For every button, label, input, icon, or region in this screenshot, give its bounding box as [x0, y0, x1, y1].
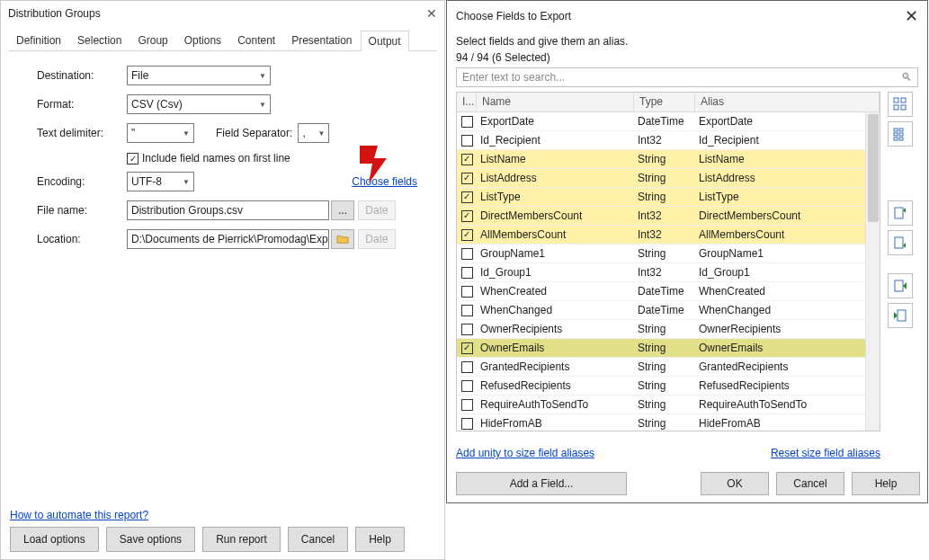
row-alias[interactable]: AllMembersCount	[695, 228, 880, 241]
header-type[interactable]: Type	[634, 93, 695, 111]
row-checkbox[interactable]	[461, 361, 473, 373]
ok-button[interactable]: OK	[701, 472, 769, 495]
scrollbar[interactable]	[865, 112, 880, 431]
table-row[interactable]: ✓OwnerEmailsStringOwnerEmails	[457, 339, 880, 358]
header-name[interactable]: Name	[477, 93, 634, 111]
row-alias[interactable]: ListType	[695, 191, 880, 203]
table-row[interactable]: Id_Group1Int32Id_Group1	[457, 263, 880, 282]
row-checkbox[interactable]: ✓	[461, 210, 473, 222]
table-row[interactable]: ✓DirectMembersCountInt32DirectMembersCou…	[457, 207, 880, 226]
row-alias[interactable]: Id_Group1	[695, 266, 880, 279]
row-alias[interactable]: GroupName1	[695, 247, 880, 260]
table-row[interactable]: ✓ListNameStringListName	[457, 150, 880, 169]
tab-group[interactable]: Group	[130, 30, 175, 50]
row-alias[interactable]: RequireAuthToSendTo	[695, 398, 880, 411]
table-row[interactable]: GrantedRecipientsStringGrantedRecipients	[457, 358, 880, 377]
row-checkbox[interactable]	[461, 399, 473, 411]
row-checkbox[interactable]: ✓	[461, 173, 473, 184]
row-alias[interactable]: WhenChanged	[695, 304, 880, 316]
encoding-select[interactable]: UTF-8 ▼	[127, 172, 194, 191]
row-alias[interactable]: HideFromAB	[695, 417, 880, 430]
table-row[interactable]: WhenCreatedDateTimeWhenCreated	[457, 282, 880, 301]
table-row[interactable]: OwnerRecipientsStringOwnerRecipients	[457, 320, 880, 339]
destination-select[interactable]: File ▼	[127, 66, 271, 85]
save-options-button[interactable]: Save options	[106, 527, 195, 552]
scrollbar-thumb[interactable]	[868, 114, 879, 222]
layout-list-button[interactable]	[888, 121, 913, 147]
add-unity-link[interactable]: Add unity to size field aliases	[456, 447, 594, 459]
table-row[interactable]: ExportDateDateTimeExportDate	[457, 112, 880, 131]
row-checkbox[interactable]	[461, 286, 473, 298]
layout-grid-button[interactable]	[888, 92, 913, 117]
format-select[interactable]: CSV (Csv) ▼	[127, 94, 271, 114]
row-type: String	[634, 191, 695, 203]
row-alias[interactable]: ListAddress	[695, 172, 880, 184]
row-checkbox[interactable]	[461, 418, 473, 430]
filename-ellipsis-button[interactable]: ...	[331, 200, 354, 220]
row-alias[interactable]: ListName	[695, 153, 880, 165]
row-checkbox[interactable]	[461, 248, 473, 260]
close-icon[interactable]: ✕	[426, 6, 437, 21]
search-input[interactable]: Enter text to search... 🔍︎	[456, 67, 918, 87]
location-input[interactable]: D:\Documents de Pierrick\Promodag\Exp	[127, 229, 329, 249]
table-row[interactable]: RequireAuthToSendToStringRequireAuthToSe…	[457, 396, 880, 414]
tab-presentation[interactable]: Presentation	[283, 30, 360, 50]
help-button[interactable]: Help	[355, 527, 405, 552]
row-checkbox-cell	[457, 248, 477, 260]
row-alias[interactable]: OwnerEmails	[695, 342, 880, 354]
row-alias[interactable]: Id_Recipient	[695, 134, 880, 147]
include-checkbox[interactable]: ✓	[127, 153, 138, 164]
tab-options[interactable]: Options	[176, 30, 229, 50]
row-checkbox[interactable]: ✓	[461, 154, 473, 165]
field-separator-select[interactable]: , ▼	[298, 123, 329, 143]
cancel-button[interactable]: Cancel	[288, 527, 348, 552]
dialog-button-bar: Load options Save options Run report Can…	[10, 527, 405, 552]
reset-aliases-link[interactable]: Reset size field aliases	[771, 447, 880, 459]
table-row[interactable]: WhenChangedDateTimeWhenChanged	[457, 301, 880, 320]
add-field-button[interactable]: Add a Field...	[456, 472, 627, 495]
text-delimiter-select[interactable]: " ▼	[127, 123, 194, 143]
row-alias[interactable]: RefusedRecipients	[695, 379, 880, 392]
table-row[interactable]: ✓AllMembersCountInt32AllMembersCount	[457, 226, 880, 244]
browse-folder-button[interactable]	[331, 229, 354, 249]
row-alias[interactable]: ExportDate	[695, 115, 880, 128]
row-alias[interactable]: GrantedRecipients	[695, 360, 880, 373]
load-options-button[interactable]: Load options	[10, 527, 99, 552]
filename-input[interactable]: Distribution Groups.csv	[127, 200, 329, 220]
row-checkbox[interactable]	[461, 116, 473, 128]
table-row[interactable]: ✓ListTypeStringListType	[457, 188, 880, 207]
row-checkbox[interactable]	[461, 135, 473, 147]
choose-fields-link[interactable]: Choose fields	[352, 175, 417, 188]
row-checkbox[interactable]: ✓	[461, 229, 473, 241]
row-alias[interactable]: WhenCreated	[695, 285, 880, 298]
header-alias[interactable]: Alias	[695, 93, 880, 111]
run-report-button[interactable]: Run report	[202, 527, 281, 552]
row-alias[interactable]: OwnerRecipients	[695, 323, 880, 335]
table-row[interactable]: GroupName1StringGroupName1	[457, 244, 880, 263]
tab-definition[interactable]: Definition	[8, 30, 69, 50]
import-button[interactable]	[888, 303, 913, 328]
row-checkbox[interactable]	[461, 305, 473, 316]
row-checkbox-cell	[457, 399, 477, 411]
automate-link[interactable]: How to automate this report?	[10, 509, 148, 521]
cancel-button[interactable]: Cancel	[776, 472, 844, 495]
move-up-button[interactable]	[888, 200, 913, 226]
tab-content[interactable]: Content	[229, 30, 283, 50]
help-button[interactable]: Help	[852, 472, 920, 495]
row-checkbox[interactable]: ✓	[461, 191, 473, 203]
tab-selection[interactable]: Selection	[69, 30, 130, 50]
table-row[interactable]: HideFromABStringHideFromAB	[457, 414, 880, 431]
row-checkbox[interactable]	[461, 267, 473, 279]
row-checkbox[interactable]	[461, 380, 473, 392]
row-checkbox[interactable]	[461, 324, 473, 335]
move-down-button[interactable]	[888, 230, 913, 255]
export-button[interactable]	[888, 273, 913, 298]
header-include[interactable]: I...	[457, 93, 477, 111]
row-checkbox[interactable]: ✓	[461, 342, 473, 354]
table-row[interactable]: RefusedRecipientsStringRefusedRecipients	[457, 377, 880, 396]
close-icon[interactable]: ✕	[905, 6, 918, 26]
table-row[interactable]: Id_RecipientInt32Id_Recipient	[457, 131, 880, 150]
tab-output[interactable]: Output	[361, 31, 409, 51]
row-alias[interactable]: DirectMembersCount	[695, 209, 880, 222]
table-row[interactable]: ✓ListAddressStringListAddress	[457, 169, 880, 188]
